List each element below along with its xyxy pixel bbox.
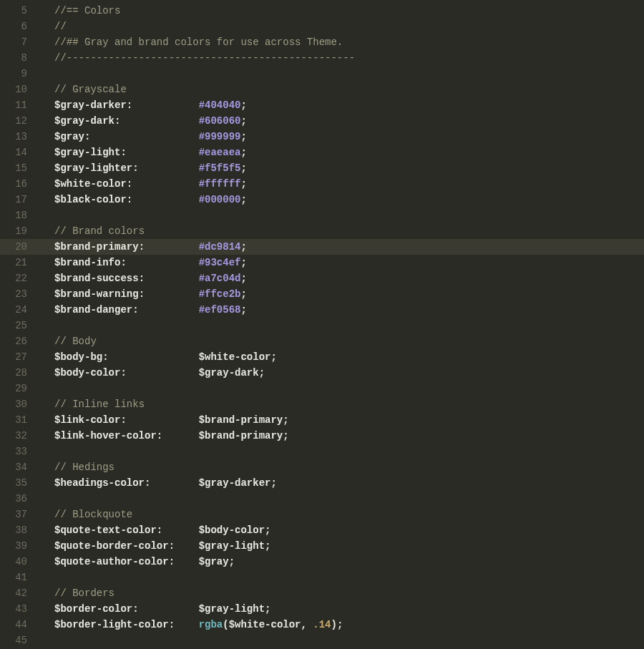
code-line[interactable]: 41	[0, 570, 644, 585]
line-content[interactable]: $gray: #999999;	[40, 131, 644, 142]
comment-text: Colors	[79, 5, 121, 16]
code-line[interactable]: 35$headings-color: $gray-darker;	[0, 475, 644, 491]
code-line[interactable]: 42// Borders	[0, 585, 644, 601]
code-line[interactable]: 30// Inline links	[0, 396, 644, 412]
colon: :	[120, 257, 126, 268]
code-line[interactable]: 12$gray-dark: #606060;	[0, 113, 644, 129]
code-line[interactable]: 32$link-hover-color: $brand-primary;	[0, 428, 644, 444]
code-line[interactable]: 6//	[0, 19, 644, 34]
line-number: 41	[0, 572, 40, 583]
colon: :	[102, 351, 108, 363]
line-content[interactable]: $body-bg: $white-color;	[40, 351, 644, 363]
code-line[interactable]: 24$brand-danger: #ef0568;	[0, 302, 644, 318]
line-content[interactable]: // Inline links	[40, 399, 644, 410]
line-content[interactable]: $gray-darker: #404040;	[40, 99, 644, 111]
code-line[interactable]: 40$quote-author-color: $gray;	[0, 554, 644, 570]
line-content[interactable]: // Grayscale	[40, 84, 644, 95]
line-content[interactable]: //## Gray and brand colors for use acros…	[40, 36, 644, 48]
line-content[interactable]: $gray-lighter: #f5f5f5;	[40, 162, 644, 174]
line-content[interactable]: $gray-dark: #606060;	[40, 115, 644, 127]
line-content[interactable]: $quote-border-color: $gray-light;	[40, 540, 644, 552]
variable-name: $gray-dark	[54, 115, 114, 127]
code-line[interactable]: 22$brand-success: #a7c04d;	[0, 270, 644, 286]
code-line[interactable]: 11$gray-darker: #404040;	[0, 97, 644, 113]
line-content[interactable]: $border-color: $gray-light;	[40, 603, 644, 615]
code-line[interactable]: 14$gray-light: #eaeaea;	[0, 145, 644, 160]
code-line[interactable]: 7//## Gray and brand colors for use acro…	[0, 34, 644, 50]
code-line[interactable]: 33	[0, 444, 644, 459]
colon: :	[139, 241, 145, 253]
line-content[interactable]: //	[40, 21, 644, 32]
code-line[interactable]: 37// Blockquote	[0, 507, 644, 522]
code-line[interactable]: 17$black-color: #000000;	[0, 192, 644, 208]
line-content[interactable]: $brand-danger: #ef0568;	[40, 304, 644, 316]
code-line[interactable]: 9	[0, 66, 644, 82]
line-content[interactable]: $gray-light: #eaeaea;	[40, 147, 644, 158]
line-content[interactable]: $link-color: $brand-primary;	[40, 414, 644, 426]
line-content[interactable]: //== Colors	[40, 5, 644, 16]
code-line[interactable]: 19// Brand colors	[0, 223, 644, 239]
code-line[interactable]: 39$quote-border-color: $gray-light;	[0, 538, 644, 554]
line-content[interactable]: $white-color: #ffffff;	[40, 178, 644, 190]
line-number: 20	[0, 241, 40, 253]
code-line[interactable]: 16$white-color: #ffffff;	[0, 176, 644, 192]
code-line[interactable]: 5//== Colors	[0, 3, 644, 19]
line-content[interactable]: // Brand colors	[40, 225, 644, 237]
line-content[interactable]: // Body	[40, 336, 644, 347]
line-content[interactable]: $border-light-color: rgba($white-color, …	[40, 619, 644, 630]
variable-name: $body-bg	[54, 351, 102, 363]
line-number: 35	[0, 477, 40, 489]
comment-marker: //	[54, 21, 67, 32]
colon: :	[169, 556, 175, 567]
line-content[interactable]: $quote-author-color: $gray;	[40, 556, 644, 567]
variable-name: $quote-border-color	[54, 540, 169, 552]
line-content[interactable]: // Blockquote	[40, 509, 644, 520]
code-editor[interactable]: 5//== Colors6//7//## Gray and brand colo…	[0, 0, 644, 648]
line-content[interactable]: $headings-color: $gray-darker;	[40, 477, 644, 489]
code-line[interactable]: 21$brand-info: #93c4ef;	[0, 255, 644, 270]
code-line[interactable]: 13$gray: #999999;	[0, 129, 644, 145]
colon: :	[127, 194, 132, 205]
code-line[interactable]: 44$border-light-color: rgba($white-color…	[0, 617, 644, 633]
code-line[interactable]: 25	[0, 318, 644, 333]
code-line[interactable]: 23$brand-warning: #ffce2b;	[0, 286, 644, 302]
line-number: 9	[0, 68, 40, 79]
code-line[interactable]: 26// Body	[0, 333, 644, 349]
code-line[interactable]: 27$body-bg: $white-color;	[0, 349, 644, 365]
code-line[interactable]: 28$body-color: $gray-dark;	[0, 365, 644, 381]
code-line[interactable]: 36	[0, 491, 644, 507]
code-line[interactable]: 15$gray-lighter: #f5f5f5;	[0, 160, 644, 176]
line-number: 38	[0, 524, 40, 536]
variable-name: $quote-author-color	[54, 556, 169, 567]
line-content[interactable]: $brand-primary: #dc9814;	[40, 241, 644, 253]
variable-ref: $white-color	[199, 351, 271, 363]
comment-text: Borders	[67, 587, 114, 599]
code-line[interactable]: 31$link-color: $brand-primary;	[0, 412, 644, 428]
code-line[interactable]: 29	[0, 381, 644, 396]
variable-name: $white-color	[54, 178, 127, 190]
colon: :	[120, 414, 126, 426]
line-content[interactable]: $quote-text-color: $body-color;	[40, 524, 644, 536]
comment-text: Inline links	[67, 399, 145, 410]
semicolon: ;	[240, 257, 246, 268]
code-line[interactable]: 43$border-color: $gray-light;	[0, 601, 644, 617]
line-content[interactable]: $brand-success: #a7c04d;	[40, 273, 644, 284]
code-line[interactable]: 34// Hedings	[0, 459, 644, 475]
code-line[interactable]: 20$brand-primary: #dc9814;	[0, 239, 644, 255]
line-number: 7	[0, 36, 40, 48]
line-content[interactable]: $black-color: #000000;	[40, 194, 644, 205]
code-line[interactable]: 8//-------------------------------------…	[0, 50, 644, 66]
code-line[interactable]: 38$quote-text-color: $body-color;	[0, 522, 644, 538]
line-content[interactable]: $body-color: $gray-dark;	[40, 367, 644, 379]
line-content[interactable]: $brand-info: #93c4ef;	[40, 257, 644, 268]
line-content[interactable]: // Hedings	[40, 462, 644, 473]
code-line[interactable]: 10// Grayscale	[0, 82, 644, 97]
hex-value: #ef0568	[199, 304, 241, 316]
line-content[interactable]: // Borders	[40, 587, 644, 599]
line-content[interactable]: $link-hover-color: $brand-primary;	[40, 430, 644, 441]
line-content[interactable]: //--------------------------------------…	[40, 52, 644, 64]
code-line[interactable]: 18	[0, 208, 644, 223]
code-line[interactable]: 45	[0, 633, 644, 648]
line-content[interactable]: $brand-warning: #ffce2b;	[40, 288, 644, 300]
line-number: 14	[0, 147, 40, 158]
